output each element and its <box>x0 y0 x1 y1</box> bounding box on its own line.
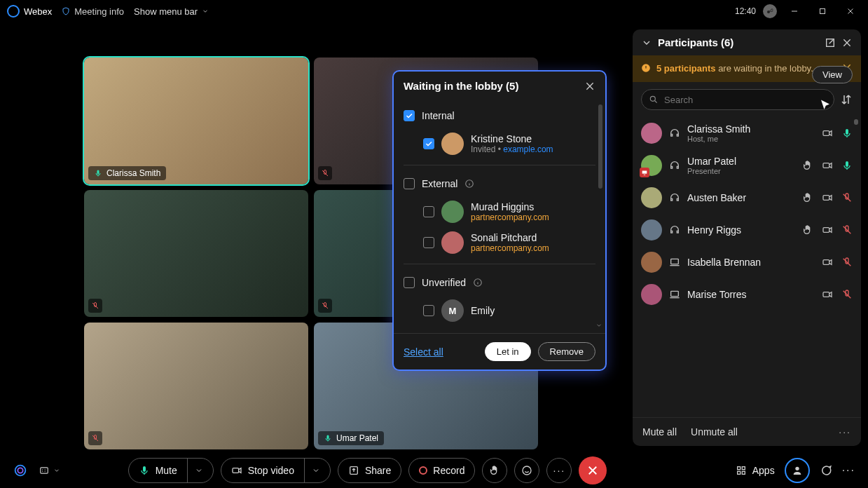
checkbox[interactable] <box>423 237 434 248</box>
lobby-entry[interactable]: Kristine Stone Invited • example.com <box>404 128 595 159</box>
cc-button[interactable] <box>38 466 60 475</box>
info-icon[interactable] <box>464 179 474 189</box>
svg-rect-37 <box>737 471 740 474</box>
lobby-entry[interactable]: Sonali Pitchard partnercompany.com <box>404 227 595 258</box>
assistant-ring-icon[interactable] <box>13 463 28 478</box>
svg-rect-31 <box>143 466 146 472</box>
titlebar: Webex Meeting info Show menu bar 12:40 <box>0 0 868 22</box>
mute-options-button[interactable] <box>187 459 210 482</box>
presenter-badge-icon <box>640 168 649 177</box>
checkbox[interactable] <box>423 206 434 217</box>
lobby-group-external[interactable]: External <box>404 171 595 196</box>
raised-hand-icon <box>489 465 500 476</box>
apps-button[interactable]: Apps <box>736 465 775 476</box>
show-menu-bar-button[interactable]: Show menu bar <box>134 6 209 17</box>
close-icon[interactable] <box>584 81 595 92</box>
raised-hand-icon <box>802 224 813 236</box>
participant-row[interactable]: Henry Riggs <box>641 214 853 246</box>
raised-hand-icon <box>802 160 813 171</box>
chat-icon[interactable] <box>820 464 832 477</box>
participant-row[interactable]: Isabella Brennan <box>641 246 853 278</box>
participant-sub: Host, me <box>687 135 750 143</box>
tile-mute-indicator <box>88 299 102 313</box>
lobby-modal: Waiting in the lobby (5) Internal Kristi… <box>392 70 607 371</box>
menu-label: Show menu bar <box>134 6 198 17</box>
mute-all-button[interactable]: Mute all <box>642 426 677 438</box>
svg-point-39 <box>795 467 799 470</box>
avatar <box>641 284 662 305</box>
participant-search[interactable] <box>641 89 834 110</box>
window-maximize-button[interactable] <box>812 3 833 20</box>
checkbox[interactable] <box>404 277 415 288</box>
meeting-info-button[interactable]: Meeting info <box>62 6 124 17</box>
participant-name: Isabella Brennan <box>687 257 761 268</box>
sort-icon[interactable] <box>840 93 853 106</box>
svg-rect-32 <box>233 468 239 473</box>
lock-key-icon[interactable] <box>763 4 777 18</box>
video-tile[interactable] <box>84 323 308 449</box>
participant-row[interactable]: Umar Patel Presenter <box>641 149 853 182</box>
more-controls-button[interactable]: ··· <box>546 458 572 483</box>
remove-button[interactable]: Remove <box>538 342 595 361</box>
video-tile[interactable]: Clarissa Smith <box>84 57 308 184</box>
window-close-button[interactable] <box>840 3 861 20</box>
close-icon[interactable] <box>841 37 853 48</box>
lobby-entry-name: Murad Higgins <box>471 201 549 212</box>
participant-row[interactable]: Austen Baker <box>641 182 853 214</box>
chevron-down-icon[interactable] <box>595 322 602 329</box>
participants-toggle-button[interactable] <box>785 458 810 483</box>
svg-rect-35 <box>737 467 740 470</box>
video-tile[interactable] <box>84 190 308 317</box>
cursor-icon <box>819 97 832 113</box>
search-input[interactable] <box>664 95 827 105</box>
scrollbar-thumb[interactable] <box>854 119 858 125</box>
scrollbar-thumb[interactable] <box>598 104 602 189</box>
window-minimize-button[interactable] <box>784 3 805 20</box>
more-button[interactable]: ··· <box>842 464 855 477</box>
group-label: Internal <box>422 110 455 121</box>
svg-rect-1 <box>820 9 825 14</box>
reactions-button[interactable] <box>514 458 539 483</box>
video-options-button[interactable] <box>304 459 327 482</box>
checkbox[interactable] <box>423 138 434 149</box>
headset-icon <box>669 192 680 203</box>
lobby-entry[interactable]: M Emily <box>404 295 595 326</box>
participant-row[interactable]: Marise Torres <box>641 278 853 311</box>
avatar <box>641 123 662 144</box>
participants-more-button[interactable]: ··· <box>839 426 851 438</box>
let-in-button[interactable]: Let in <box>485 342 531 361</box>
apps-label: Apps <box>752 465 775 476</box>
bottom-control-bar: Mute Stop video Share Record ··· <box>0 453 868 488</box>
end-call-button[interactable] <box>579 456 607 484</box>
svg-rect-24 <box>823 292 829 297</box>
checkbox[interactable] <box>423 305 434 316</box>
info-icon[interactable] <box>473 278 483 287</box>
svg-rect-14 <box>823 163 829 168</box>
camera-icon <box>822 192 833 203</box>
checkbox[interactable] <box>404 178 415 189</box>
banner-view-button[interactable]: View <box>812 66 853 83</box>
unmute-all-button[interactable]: Unmute all <box>691 426 738 438</box>
participants-title: Participants (6) <box>658 36 733 48</box>
raise-hand-button[interactable] <box>482 458 507 483</box>
checkbox[interactable] <box>404 110 415 121</box>
alert-icon <box>641 63 651 73</box>
raised-hand-icon <box>802 192 813 203</box>
lobby-entry-name: Sonali Pitchard <box>471 232 549 243</box>
popout-icon[interactable] <box>825 37 836 48</box>
mute-button[interactable]: Mute <box>128 458 214 483</box>
chevron-down-icon[interactable] <box>641 37 652 48</box>
lobby-entry[interactable]: Murad Higgins partnercompany.com <box>404 196 595 227</box>
record-button[interactable]: Record <box>408 458 475 483</box>
lobby-group-unverified[interactable]: Unverified <box>404 270 595 295</box>
svg-rect-7 <box>327 435 329 440</box>
select-all-link[interactable]: Select all <box>404 346 443 358</box>
svg-rect-38 <box>742 471 745 474</box>
share-button[interactable]: Share <box>338 458 401 483</box>
stop-video-label: Stop video <box>248 465 294 476</box>
participant-row[interactable]: Clarissa Smith Host, me <box>641 117 853 149</box>
stop-video-button[interactable]: Stop video <box>221 458 331 483</box>
mic-off-icon <box>321 169 329 177</box>
lobby-group-internal[interactable]: Internal <box>404 103 595 128</box>
mic-off-icon <box>91 301 99 310</box>
